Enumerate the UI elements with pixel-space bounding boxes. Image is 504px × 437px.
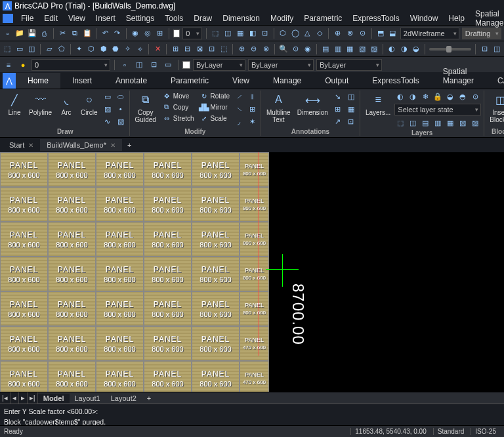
- explode-icon[interactable]: ✶: [246, 115, 258, 127]
- tool-icon[interactable]: ▦: [345, 43, 354, 55]
- ellipse-icon[interactable]: ⬭: [115, 91, 127, 102]
- array-icon[interactable]: ⊞: [246, 103, 258, 115]
- ribbon-tab-cadpower[interactable]: CADPower: [486, 73, 504, 89]
- layerfrz-icon[interactable]: ❄: [419, 91, 431, 102]
- layout-tab-model[interactable]: Model: [38, 394, 70, 403]
- tool-icon[interactable]: ◫: [345, 91, 357, 102]
- open-icon[interactable]: 📁: [15, 28, 25, 39]
- tool-icon[interactable]: ▭: [14, 43, 24, 55]
- ribbon-tab-insert[interactable]: Insert: [60, 73, 104, 89]
- hatch-icon[interactable]: ▨: [102, 103, 114, 115]
- tool-icon[interactable]: ▨: [469, 117, 481, 129]
- workspace-drop[interactable]: Drafting: [462, 28, 501, 39]
- menu-help[interactable]: Help: [443, 12, 470, 24]
- tool-icon[interactable]: ⊠: [195, 43, 204, 55]
- tool-icon[interactable]: ◫: [133, 59, 145, 71]
- tool-icon[interactable]: ⬣: [111, 43, 120, 55]
- layout-tab-add[interactable]: +: [142, 394, 156, 403]
- close-icon[interactable]: ✕: [110, 142, 116, 149]
- tool-icon[interactable]: ◐: [387, 43, 396, 55]
- table-icon[interactable]: ⊞: [332, 103, 344, 115]
- tool-icon[interactable]: ▧: [457, 117, 469, 129]
- layeriso-icon[interactable]: ◐: [394, 91, 406, 102]
- polyline-button[interactable]: 〰Polyline: [26, 91, 54, 117]
- tool-icon[interactable]: ▤: [321, 43, 330, 55]
- layout-tab-1[interactable]: Layout1: [70, 394, 106, 403]
- tool-icon[interactable]: ▨: [369, 43, 379, 55]
- ribbon-tab-output[interactable]: Output: [313, 73, 360, 89]
- tool-icon[interactable]: ▱: [45, 43, 54, 55]
- layeroff-icon[interactable]: ◑: [407, 91, 419, 102]
- tool-icon[interactable]: ⬓: [388, 28, 398, 39]
- tool-icon[interactable]: ⬠: [56, 43, 66, 55]
- tool-icon[interactable]: ✦: [75, 43, 84, 55]
- drawing-canvas[interactable]: PANEL800 x 600PANEL800 x 600PANEL800 x 6…: [0, 152, 504, 392]
- color-drop[interactable]: ByLayer: [193, 59, 245, 71]
- menu-edit[interactable]: Edit: [39, 12, 63, 24]
- tool-icon[interactable]: ◒: [411, 43, 421, 55]
- menu-draw[interactable]: Draw: [188, 12, 217, 24]
- menu-expresstools[interactable]: ExpressTools: [347, 12, 404, 24]
- print-icon[interactable]: ⎙: [39, 28, 49, 39]
- copy-icon[interactable]: ⧉: [70, 28, 79, 39]
- scale-button[interactable]: ⤢Scale: [198, 113, 232, 123]
- tool-icon[interactable]: ◇: [315, 28, 325, 39]
- visualstyle-drop[interactable]: 2dWireframe: [400, 28, 459, 39]
- doc-tab-new[interactable]: +: [122, 139, 136, 151]
- tool-icon[interactable]: ⟡: [135, 43, 144, 55]
- menu-view[interactable]: View: [63, 12, 91, 24]
- trim-icon[interactable]: ⟋: [233, 91, 245, 102]
- tool-icon[interactable]: ⊕: [333, 28, 343, 39]
- copy-button[interactable]: ⧉Copy: [160, 102, 196, 112]
- arc-button[interactable]: ◟Arc: [56, 91, 77, 117]
- tool-icon[interactable]: ⬚: [219, 43, 228, 55]
- ribbon-tab-view[interactable]: View: [220, 73, 261, 89]
- tool-icon[interactable]: ⊙: [358, 28, 368, 39]
- region-icon[interactable]: ▧: [115, 115, 127, 127]
- close-icon[interactable]: ✕: [28, 142, 33, 149]
- ribbon-tab-spatialmanager[interactable]: Spatial Manager: [431, 64, 486, 89]
- tool-icon[interactable]: ◧: [247, 28, 257, 39]
- offset-icon[interactable]: ⫴: [246, 91, 258, 102]
- mirror-button[interactable]: ▟▙Mirror: [198, 102, 232, 112]
- tool-icon[interactable]: ⬡: [278, 28, 288, 39]
- tool-icon[interactable]: ⊡: [345, 115, 357, 127]
- tool-icon[interactable]: ⊙: [291, 43, 301, 55]
- menu-parametric[interactable]: Parametric: [299, 12, 347, 24]
- layer-icon[interactable]: ≡: [3, 59, 14, 71]
- tool-icon[interactable]: ⊡: [480, 43, 489, 55]
- tool-icon[interactable]: ◎: [143, 28, 153, 39]
- tool-icon[interactable]: ⊕: [237, 43, 246, 55]
- transparency-slider[interactable]: [429, 48, 471, 51]
- tool-icon[interactable]: ◫: [407, 117, 419, 129]
- ribbon-tab-expresstools[interactable]: ExpressTools: [360, 73, 430, 89]
- paste-icon[interactable]: 📋: [82, 28, 92, 39]
- tool-icon[interactable]: ◫: [27, 43, 36, 55]
- tool-icon[interactable]: ◉: [131, 28, 140, 39]
- tool-icon[interactable]: ▦: [345, 103, 357, 115]
- menu-settings[interactable]: Settings: [121, 12, 159, 24]
- ribbon-apptab[interactable]: ⋀: [3, 73, 16, 89]
- circle-button[interactable]: ○Circle: [78, 91, 100, 117]
- rect-icon[interactable]: ▭: [102, 91, 114, 102]
- move-button[interactable]: ✥Move: [160, 91, 196, 101]
- tool-icon[interactable]: ▧: [358, 43, 367, 55]
- tool-icon[interactable]: ⬡: [87, 43, 96, 55]
- lineweight-drop[interactable]: 0: [182, 28, 202, 39]
- tool-icon[interactable]: ⊡: [260, 28, 270, 39]
- menu-tools[interactable]: Tools: [159, 12, 188, 24]
- tool-icon[interactable]: ⊗: [261, 43, 270, 55]
- layerlock-icon[interactable]: 🔒: [432, 91, 444, 102]
- layout-next[interactable]: ▸: [19, 392, 28, 404]
- tool-icon[interactable]: ⬚: [211, 28, 220, 39]
- tool-icon[interactable]: ▦: [236, 28, 245, 39]
- layout-first[interactable]: |◂: [0, 392, 10, 404]
- tool-icon[interactable]: ⊖: [249, 43, 259, 55]
- tool-icon[interactable]: ◫: [223, 28, 233, 39]
- tool-icon[interactable]: ◑: [400, 43, 409, 55]
- doc-tab-start[interactable]: Start✕: [3, 139, 40, 151]
- tool-icon[interactable]: ◯: [290, 28, 300, 39]
- tool-icon[interactable]: ⊞: [156, 28, 165, 39]
- tool-icon[interactable]: ▤: [419, 117, 431, 129]
- delete-icon[interactable]: ✕: [153, 43, 162, 55]
